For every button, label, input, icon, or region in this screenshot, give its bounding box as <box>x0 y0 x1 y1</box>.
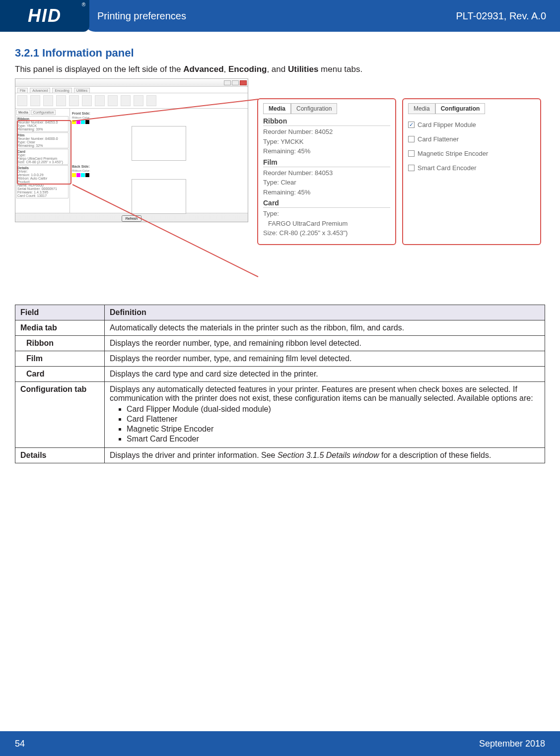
list-item: Smart Card Encoder <box>127 435 540 443</box>
card-preview <box>132 179 186 214</box>
checkbox-icon: ✓ <box>408 122 415 128</box>
tool-icon <box>43 95 53 106</box>
list-item: Card Flipper Module (dual-sided module) <box>127 405 540 414</box>
tool-icon <box>95 95 105 106</box>
card-preview <box>132 126 186 161</box>
table-row: Card Displays the card type and card siz… <box>15 367 545 382</box>
list-item: Card Flattener <box>127 415 540 424</box>
tool-icon <box>82 95 92 106</box>
tool-icon <box>134 95 143 106</box>
logo-text: HID <box>28 5 62 26</box>
close-icon <box>240 80 247 85</box>
checkbox-icon <box>408 165 415 171</box>
table-row: Media tab Automatically detects the mate… <box>15 320 545 336</box>
zoom-tab-media: Media <box>408 103 435 114</box>
footer-date: September 2018 <box>479 739 545 749</box>
hid-logo: HID ® <box>0 0 89 32</box>
th-definition: Definition <box>105 305 545 320</box>
table-header-row: Field Definition <box>15 305 545 320</box>
table-row: Ribbon Displays the reorder number, type… <box>15 336 545 351</box>
tab-utilities: Utilities <box>74 88 90 93</box>
table-row: Details Displays the driver and printer … <box>15 448 545 463</box>
checkbox-icon <box>408 136 415 142</box>
tool-icon <box>108 95 118 106</box>
zoom-tab-media: Media <box>263 103 291 114</box>
tool-icon <box>17 95 27 106</box>
table-row: Film Displays the reorder number, type, … <box>15 351 545 367</box>
mini-tab-media: Media <box>16 110 30 115</box>
printer-dialog-mock: File Advanced Encoding Utilities <box>15 78 248 222</box>
header-ribbon: Printing preferences PLT-02931, Rev. A.0 <box>83 0 560 32</box>
tab-advanced: Advanced <box>30 88 50 93</box>
dialog-titlebar <box>15 79 248 87</box>
checkbox-icon <box>408 150 415 157</box>
tool-icon <box>30 95 40 106</box>
tab-file: File <box>17 88 28 93</box>
preview-panel: Front Side: Ribbon Color: Back Side: Rib… <box>70 109 248 213</box>
refresh-button: Refresh <box>122 215 142 222</box>
zoom-tab-config: Configuration <box>435 103 486 114</box>
dialog-footer: Refresh <box>15 213 248 224</box>
minimize-icon <box>224 80 231 85</box>
definitions-table: Field Definition Media tab Automatically… <box>15 305 545 463</box>
list-item: Magnetic Stripe Encoder <box>127 425 540 434</box>
page-content: 3.2.1 Information panel This panel is di… <box>0 32 560 463</box>
page-number: 54 <box>15 739 25 749</box>
info-panel: Media Configuration Ribbon Reorder Numbe… <box>15 109 70 213</box>
dialog-toolbar <box>15 93 248 109</box>
config-item: Card Flattener <box>408 135 535 143</box>
doc-reference: PLT-02931, Rev. A.0 <box>456 10 546 22</box>
tool-icon <box>146 95 156 106</box>
zoom-config-panel: Media Configuration ✓Card Flipper Module… <box>402 98 541 245</box>
zoom-media-panel: Media Configuration Ribbon Reorder Numbe… <box>257 98 396 245</box>
table-row: Configuration tab Displays any automatic… <box>15 382 545 448</box>
tool-icon <box>69 95 79 106</box>
header-title: Printing preferences <box>97 10 186 22</box>
th-field: Field <box>15 305 105 320</box>
config-item: Magnetic Stripe Encoder <box>408 150 535 157</box>
figure-area: File Advanced Encoding Utilities <box>15 78 545 287</box>
page-footer: 54 September 2018 <box>0 731 560 756</box>
page-header: HID ® Printing preferences PLT-02931, Re… <box>0 0 560 32</box>
config-item: ✓Card Flipper Module <box>408 121 535 128</box>
section-heading: 3.2.1 Information panel <box>15 47 545 60</box>
mini-tab-config: Configuration <box>31 110 56 115</box>
dialog-tabs: File Advanced Encoding Utilities <box>15 87 248 93</box>
tool-icon <box>121 95 131 106</box>
section-intro: This panel is displayed on the left side… <box>15 64 545 74</box>
tab-encoding: Encoding <box>52 88 71 93</box>
registered-icon: ® <box>82 2 85 7</box>
config-item: Smart Card Encoder <box>408 164 535 172</box>
zoom-tab-config: Configuration <box>291 103 337 114</box>
maximize-icon <box>232 80 239 85</box>
tool-icon <box>56 95 66 106</box>
